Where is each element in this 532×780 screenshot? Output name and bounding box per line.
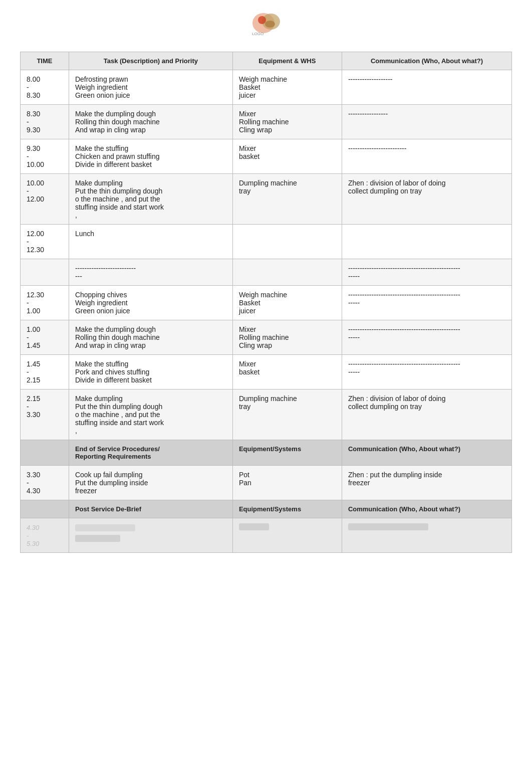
cell-time: 9.30-10.00 [21, 139, 69, 174]
table-row: 9.30-10.00Make the stuffingChicken and p… [21, 139, 512, 174]
table-header-row: TIME Task (Description) and Priority Equ… [21, 52, 512, 70]
cell-communication: Zhen : division of labor of doingcollect… [342, 389, 511, 440]
cell-task: Chopping chivesWeigh ingredientGreen oni… [69, 286, 232, 320]
cell-equipment: Equipment/Systems [232, 440, 342, 466]
cell-equipment: Dumpling machinetray [232, 389, 342, 440]
cell-task: Defrosting prawnWeigh ingredientGreen on… [69, 70, 232, 105]
header-communication: Communication (Who, About what?) [342, 52, 511, 70]
cell-task: Make the stuffingPork and chives stuffin… [69, 355, 232, 389]
cell-equipment [232, 225, 342, 259]
cell-equipment: MixerRolling machineCling wrap [232, 105, 342, 139]
table-row: 1.45-2.15Make the stuffingPork and chive… [21, 355, 512, 389]
table-row: ----------------------------------------… [21, 259, 512, 286]
cell-communication: Communication (Who, About what?) [342, 440, 511, 466]
cell-task: Post Service De-Brief [69, 500, 232, 518]
cell-equipment: MixerRolling machineCling wrap [232, 320, 342, 355]
cell-equipment: Dumpling machinetray [232, 174, 342, 225]
header-time: TIME [21, 52, 69, 70]
cell-time: 8.00-8.30 [21, 70, 69, 105]
cell-communication: Zhen : division of labor of doingcollect… [342, 174, 511, 225]
cell-equipment [232, 259, 342, 286]
table-row: 12.30-1.00Chopping chivesWeigh ingredien… [21, 286, 512, 320]
cell-time: 2.15-3.30 [21, 389, 69, 440]
schedule-table-container: TIME Task (Description) and Priority Equ… [0, 42, 532, 568]
cell-equipment [232, 518, 342, 553]
svg-point-2 [258, 16, 266, 24]
cell-equipment: Mixerbasket [232, 355, 342, 389]
cell-time: 8.30-9.30 [21, 105, 69, 139]
cell-time: 12.00-12.30 [21, 225, 69, 259]
cell-communication: ----------------------------------------… [342, 355, 511, 389]
cell-task [69, 518, 232, 553]
cell-time: 12.30-1.00 [21, 286, 69, 320]
table-row: 2.15-3.30Make dumplingPut the thin dumpl… [21, 389, 512, 440]
table-row: End of Service Procedures/Reporting Requ… [21, 440, 512, 466]
table-row: 12.00-12.30Lunch [21, 225, 512, 259]
cell-task: Make the dumpling doughRolling thin doug… [69, 105, 232, 139]
table-row: 8.00-8.30Defrosting prawnWeigh ingredien… [21, 70, 512, 105]
cell-time [21, 440, 69, 466]
logo-icon: LOGO [246, 9, 286, 37]
cell-task: Lunch [69, 225, 232, 259]
cell-equipment: Mixerbasket [232, 139, 342, 174]
page-header: LOGO [0, 0, 532, 42]
cell-time: 10.00-12.00 [21, 174, 69, 225]
cell-task: Cook up fail dumplingPut the dumpling in… [69, 466, 232, 500]
cell-task: Make dumplingPut the thin dumpling dough… [69, 389, 232, 440]
cell-time: 1.00-1.45 [21, 320, 69, 355]
header-equipment: Equipment & WHS [232, 52, 342, 70]
table-row: 3.30-4.30Cook up fail dumplingPut the du… [21, 466, 512, 500]
cell-equipment: PotPan [232, 466, 342, 500]
schedule-table: TIME Task (Description) and Priority Equ… [20, 52, 512, 553]
table-row: 10.00-12.00Make dumplingPut the thin dum… [21, 174, 512, 225]
table-row: 4.30-5.30 [21, 518, 512, 553]
cell-communication: ----------------------------------------… [342, 286, 511, 320]
cell-task: End of Service Procedures/Reporting Requ… [69, 440, 232, 466]
cell-communication: Zhen : put the dumpling insidefreezer [342, 466, 511, 500]
cell-equipment: Equipment/Systems [232, 500, 342, 518]
cell-communication: ----------------------------------------… [342, 259, 511, 286]
cell-time: 3.30-4.30 [21, 466, 69, 500]
cell-task: Make dumplingPut the thin dumpling dough… [69, 174, 232, 225]
cell-task: Make the dumpling doughRolling thin doug… [69, 320, 232, 355]
table-row: 1.00-1.45Make the dumpling doughRolling … [21, 320, 512, 355]
cell-equipment: Weigh machineBasketjuicer [232, 70, 342, 105]
cell-task: ----------------------------- [69, 259, 232, 286]
table-row: Post Service De-BriefEquipment/SystemsCo… [21, 500, 512, 518]
cell-communication: ----------------- [342, 105, 511, 139]
cell-communication: ----------------------------------------… [342, 320, 511, 355]
cell-communication [342, 225, 511, 259]
cell-communication [342, 518, 511, 553]
cell-time [21, 259, 69, 286]
svg-text:LOGO: LOGO [252, 32, 263, 36]
table-row: 8.30-9.30Make the dumpling doughRolling … [21, 105, 512, 139]
cell-equipment: Weigh machineBasketjuicer [232, 286, 342, 320]
cell-communication: ------------------- [342, 70, 511, 105]
cell-communication: ------------------------- [342, 139, 511, 174]
cell-communication: Communication (Who, About what?) [342, 500, 511, 518]
cell-task: Make the stuffingChicken and prawn stuff… [69, 139, 232, 174]
cell-time [21, 500, 69, 518]
cell-time: 4.30-5.30 [21, 518, 69, 553]
svg-point-3 [265, 21, 275, 28]
header-task: Task (Description) and Priority [69, 52, 232, 70]
cell-time: 1.45-2.15 [21, 355, 69, 389]
